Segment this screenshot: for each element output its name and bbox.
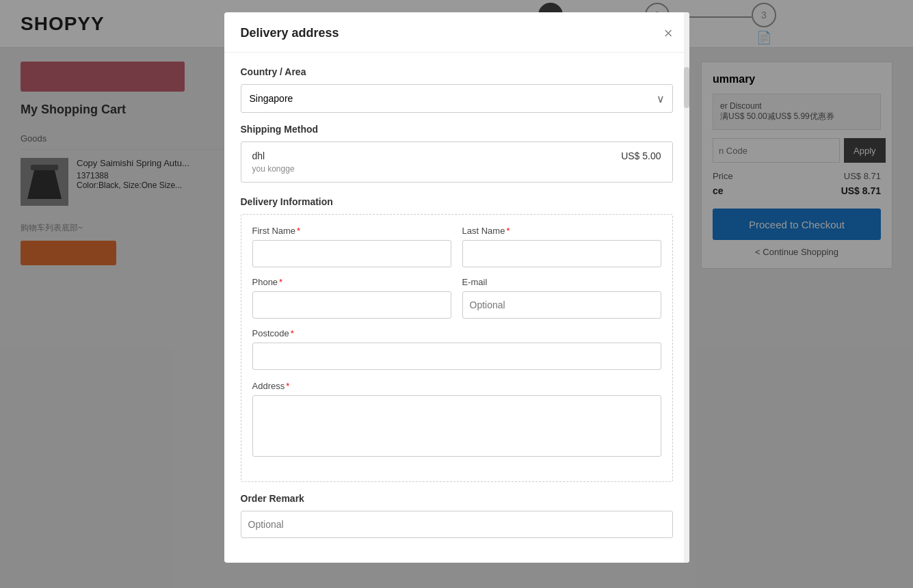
delivery-info-label: Delivery Information [241,196,673,207]
country-area-group: Country / Area Singapore ∨ [241,66,673,113]
page-background: SHOPYY 🔒 SAFE & SECURE ✓ 🛒 2 📋 3 📄 [0,0,913,588]
email-col: E-mail [462,277,661,319]
order-remark-label: Order Remark [241,493,673,504]
delivery-address-modal: Delivery address × Country / Area Singap… [224,12,689,563]
country-select[interactable]: Singapore [241,84,673,113]
first-name-input[interactable] [252,240,451,267]
shipping-method-label: Shipping Method [241,124,673,135]
order-remark-group: Order Remark [241,493,673,538]
shipping-price: US$ 5.00 [621,150,661,161]
postcode-required: * [291,328,294,338]
modal-overlay: Delivery address × Country / Area Singap… [0,0,913,588]
shipping-method-box[interactable]: dhl US$ 5.00 you kongge [241,142,673,183]
shipping-name: dhl [252,150,265,161]
last-name-input[interactable] [462,240,661,267]
phone-col: Phone* [252,277,451,319]
country-area-label: Country / Area [241,66,673,77]
name-row: First Name* Last Name* [252,226,661,267]
modal-close-button[interactable]: × [664,26,673,41]
shipping-desc: you kongge [252,164,661,174]
first-name-col: First Name* [252,226,451,267]
shipping-row: dhl US$ 5.00 [252,150,661,161]
shipping-method-group: Shipping Method dhl US$ 5.00 you kongge [241,124,673,183]
order-remark-input[interactable] [241,511,673,538]
first-name-required: * [297,226,300,236]
postcode-group: Postcode* [252,328,661,370]
modal-body: Country / Area Singapore ∨ Shipping Meth… [224,53,689,563]
email-label: E-mail [462,277,661,287]
phone-label: Phone* [252,277,451,287]
first-name-label: First Name* [252,226,451,236]
address-label: Address* [252,381,661,391]
address-textarea[interactable] [252,395,661,457]
modal-title: Delivery address [241,26,339,40]
address-group: Address* [252,381,661,459]
modal-scrollbar-thumb [684,67,689,108]
last-name-required: * [506,226,510,236]
postcode-label: Postcode* [252,328,661,338]
postcode-input[interactable] [252,343,661,370]
address-required: * [286,381,289,391]
phone-email-row: Phone* E-mail [252,277,661,319]
last-name-col: Last Name* [462,226,661,267]
last-name-label: Last Name* [462,226,661,236]
phone-input[interactable] [252,291,451,319]
country-select-wrapper: Singapore ∨ [241,84,673,113]
delivery-section: First Name* Last Name* [241,214,673,482]
modal-header: Delivery address × [224,12,689,53]
email-input[interactable] [462,291,661,319]
modal-scrollbar[interactable] [684,12,689,563]
phone-required: * [279,277,282,287]
